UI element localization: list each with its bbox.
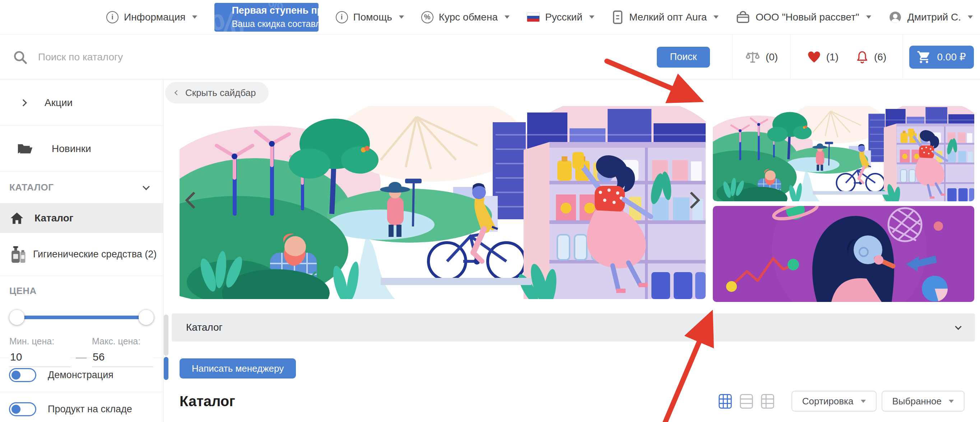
carousel-illustration: [180, 106, 706, 299]
stock-toggle[interactable]: [9, 402, 36, 416]
max-price-label: Макс. цена:: [92, 336, 153, 347]
app-root: i Информация % % Первая ступень программ…: [0, 0, 980, 422]
chevron-down-icon: [399, 16, 404, 19]
hide-sidebar-label: Скрыть сайдбар: [185, 87, 256, 99]
menu-exchange-rate[interactable]: % Курс обмена: [421, 11, 509, 23]
folder-open-icon: [17, 142, 33, 156]
sidebar-scrollbar-thumb[interactable]: [164, 357, 169, 380]
selected-button-label: Выбранное: [892, 396, 942, 407]
chevron-down-icon: [955, 323, 961, 329]
cart-icon: [917, 50, 931, 64]
cart-button[interactable]: 0.00 ₽: [909, 46, 974, 69]
price-slider[interactable]: [10, 310, 154, 325]
compare-widget[interactable]: (0): [732, 35, 790, 80]
menu-information-label: Информация: [124, 11, 185, 23]
topbar: i Информация % % Первая ступень программ…: [0, 0, 980, 35]
price-slider-min-handle[interactable]: [10, 310, 24, 325]
chevron-down-icon: [861, 400, 866, 403]
fav-bell-section: (1) (6): [790, 35, 902, 80]
menu-help[interactable]: i Помощь: [336, 11, 404, 23]
search-icon: [12, 49, 28, 65]
sidebar-scrollbar-track[interactable]: [164, 315, 169, 356]
catalog-accordion[interactable]: Каталог: [172, 313, 975, 342]
sidebar-item-catalog[interactable]: Каталог: [0, 203, 163, 233]
menu-company[interactable]: ООО "Новый рассвет": [736, 10, 871, 24]
russian-flag-icon: [527, 13, 540, 22]
sidebar-catalog-label: Каталог: [35, 213, 73, 224]
price-section-title: ЦЕНА: [10, 285, 154, 297]
menu-language-label: Русский: [545, 11, 582, 23]
compare-count: (0): [765, 51, 778, 63]
catalog-section-title: КАТАЛОГ: [10, 182, 54, 193]
favorites-count: (1): [826, 51, 838, 63]
list-view-icon[interactable]: [740, 394, 753, 409]
price-slider-max-handle[interactable]: [138, 310, 154, 325]
sidebar: Акции Новинки КАТАЛОГ Каталог: [0, 80, 163, 422]
eco-mini-banner[interactable]: [713, 106, 974, 201]
side-banners: [713, 106, 974, 302]
sort-button-label: Сортировка: [802, 396, 854, 407]
home-icon: [10, 212, 24, 225]
min-price-input[interactable]: [10, 350, 70, 367]
loyalty-banner[interactable]: % % Первая ступень программы лояльности …: [215, 3, 318, 32]
page-title: Каталог: [180, 393, 235, 409]
main-content: Скрыть сайдбар: [163, 80, 980, 422]
cart-total: 0.00 ₽: [937, 51, 966, 63]
sidebar-hygiene-label: Гигиенические средства (2): [33, 249, 157, 260]
banner-area: [180, 106, 974, 302]
promo-illustration: [713, 206, 974, 302]
sort-button[interactable]: Сортировка: [791, 391, 877, 412]
price-range-separator: —: [76, 351, 86, 363]
notifications-count: (6): [874, 51, 886, 63]
chevron-down-icon: [968, 16, 973, 19]
notifications-widget[interactable]: (6): [855, 50, 886, 65]
bell-icon: [855, 50, 869, 65]
menu-pricelist[interactable]: Мелкий опт Aura: [612, 10, 719, 24]
sidebar-item-promos[interactable]: Акции: [0, 80, 163, 126]
info-icon: i: [336, 11, 348, 23]
max-price-input[interactable]: [92, 350, 153, 367]
menu-exchange-rate-label: Курс обмена: [439, 11, 498, 23]
sidebar-section-catalog[interactable]: КАТАЛОГ: [0, 172, 163, 203]
menu-user[interactable]: Дмитрий С.: [888, 10, 973, 24]
table-view-icon[interactable]: [761, 394, 774, 409]
mini-banner-illustration: [713, 106, 974, 201]
catalog-accordion-label: Каталог: [186, 322, 223, 333]
scales-icon: [745, 49, 760, 65]
demo-toggle[interactable]: [9, 368, 36, 382]
price-filter: ЦЕНА Мин. цена: — Макс. цена:: [0, 276, 163, 358]
hide-sidebar-button[interactable]: Скрыть сайдбар: [165, 82, 269, 104]
view-controls: Сортировка Выбранное: [719, 391, 964, 412]
favorites-widget[interactable]: (1): [807, 50, 838, 64]
chevron-down-icon: [949, 400, 954, 403]
purple-promo-banner[interactable]: [713, 206, 974, 302]
search-row: Поиск (0) (1): [0, 35, 980, 80]
menu-company-label: ООО "Новый рассвет": [756, 11, 859, 23]
main-carousel[interactable]: [180, 106, 706, 299]
info-icon: i: [106, 11, 118, 23]
chevron-down-icon: [866, 16, 871, 19]
write-manager-button[interactable]: Написать менеджеру: [180, 358, 296, 379]
chevron-down-icon: [143, 183, 150, 190]
chevron-down-icon: [192, 16, 197, 19]
sidebar-item-hygiene[interactable]: Гигиенические средства (2): [0, 233, 163, 276]
sidebar-new-label: Новинки: [52, 143, 91, 155]
selected-button[interactable]: Выбранное: [881, 391, 964, 412]
sidebar-item-new[interactable]: Новинки: [0, 126, 163, 172]
chevron-down-icon: [589, 16, 594, 19]
grid-view-icon[interactable]: [719, 394, 732, 409]
hygiene-products-icon: [10, 245, 26, 264]
chevron-down-icon: [504, 16, 509, 19]
search-button[interactable]: Поиск: [657, 47, 710, 67]
search-input[interactable]: [38, 51, 657, 63]
price-slider-track[interactable]: [10, 316, 149, 319]
stock-toggle-label: Продукт на складе: [48, 404, 132, 415]
loyalty-title: Первая ступень программы лояльности: [232, 5, 318, 16]
heart-icon: [807, 50, 822, 64]
menu-language[interactable]: Русский: [527, 11, 594, 23]
menu-information[interactable]: i Информация: [106, 11, 197, 23]
sidebar-promos-label: Акции: [45, 97, 73, 109]
briefcase-icon: [736, 10, 750, 24]
search-box: [0, 35, 657, 80]
loyalty-subtitle: Ваша скидка составляет 3%: [232, 19, 318, 29]
